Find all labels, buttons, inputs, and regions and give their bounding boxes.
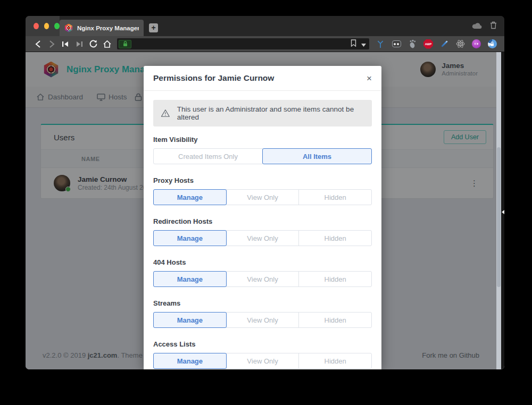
bookmark-icon[interactable] [351,39,356,49]
extension-robot-icon[interactable] [392,39,401,49]
streams-manage[interactable]: Manage [153,312,227,328]
proxy-hosts-view-only[interactable]: View Only [226,189,300,205]
warning-text: This user is an Administrator and some i… [177,105,364,121]
home-button[interactable] [100,37,114,51]
close-window-button[interactable] [34,23,39,29]
sync-cloud-icon[interactable] [472,22,482,31]
page-content: Nginx Proxy Manager James Administrator … [26,52,504,369]
access-lists-manage[interactable]: Manage [153,353,227,369]
404-hosts-hidden[interactable]: Hidden [298,271,372,287]
proxy-hosts-manage[interactable]: Manage [153,189,227,205]
option-all-items[interactable]: All Items [262,148,372,164]
extension-gnome-foot-icon[interactable] [408,39,417,49]
proxy-hosts-hidden[interactable]: Hidden [298,189,372,205]
extension-atom-icon[interactable] [455,39,465,49]
browser-toolbar: ABP [26,36,504,52]
section-label-streams: Streams [153,299,372,308]
section-label-proxy-hosts: Proxy Hosts [153,176,372,185]
browser-window: Nginx Proxy Manager + [26,16,504,369]
404-hosts-group: Manage View Only Hidden [153,271,372,287]
proxy-hosts-group: Manage View Only Hidden [153,189,372,205]
redirection-hosts-hidden[interactable]: Hidden [298,230,372,246]
address-bar[interactable] [117,38,369,49]
404-hosts-manage[interactable]: Manage [153,271,227,287]
access-lists-group: Manage View Only Hidden [153,353,372,369]
rewind-button[interactable] [59,37,72,51]
streams-hidden[interactable]: Hidden [298,312,372,328]
reload-button[interactable] [86,37,100,51]
streams-group: Manage View Only Hidden [153,312,372,328]
trash-icon[interactable] [490,21,497,31]
maximize-window-button[interactable] [54,23,60,29]
access-lists-hidden[interactable]: Hidden [298,353,372,369]
browser-tab-nginx-proxy-manager[interactable]: Nginx Proxy Manager [60,20,144,36]
section-label-redirection-hosts: Redirection Hosts [153,217,372,226]
window-controls [26,16,60,36]
option-created-items-only[interactable]: Created Items Only [153,148,263,164]
page-scrollbar[interactable] [496,52,501,369]
minimize-window-button[interactable] [44,23,49,29]
fast-forward-button[interactable] [72,37,86,51]
bookmark-dropdown-caret[interactable] [361,39,366,49]
panel-edge-strip [501,52,504,369]
admin-warning-banner: This user is an Administrator and some i… [153,100,372,126]
section-label-access-lists: Access Lists [153,340,372,349]
redirection-hosts-manage[interactable]: Manage [153,230,227,246]
panel-toggle-arrow-icon[interactable] [502,210,504,214]
close-icon[interactable]: × [367,74,372,83]
access-lists-view-only[interactable]: View Only [226,353,300,369]
https-lock-icon[interactable] [119,40,131,48]
redirection-hosts-view-only[interactable]: View Only [226,230,300,246]
section-label-404-hosts: 404 Hosts [153,258,372,267]
warning-triangle-icon [161,108,170,118]
404-hosts-view-only[interactable]: View Only [226,271,300,287]
new-tab-button[interactable]: + [149,23,158,32]
modal-title: Permissions for Jamie Curnow [153,73,274,83]
scrollbar-thumb[interactable] [497,147,501,287]
item-visibility-group: Created Items Only All Items [153,148,372,164]
permissions-modal: Permissions for Jamie Curnow × This user… [144,66,381,369]
redirection-hosts-group: Manage View Only Hidden [153,230,372,246]
browser-tab-bar: Nginx Proxy Manager + [26,16,504,36]
extension-privacy-lock-icon[interactable] [487,39,497,49]
extension-purple-face-icon[interactable] [471,39,481,49]
favicon [64,24,73,32]
extension-pen-icon[interactable] [439,39,449,49]
extension-adblock-plus-icon[interactable]: ABP [423,39,433,49]
back-button[interactable] [31,37,45,51]
streams-view-only[interactable]: View Only [226,312,300,328]
section-label-item-visibility: Item Visibility [153,135,372,144]
tab-title: Nginx Proxy Manager [77,25,139,31]
forward-button[interactable] [45,37,59,51]
extension-fork-icon[interactable] [376,39,385,49]
